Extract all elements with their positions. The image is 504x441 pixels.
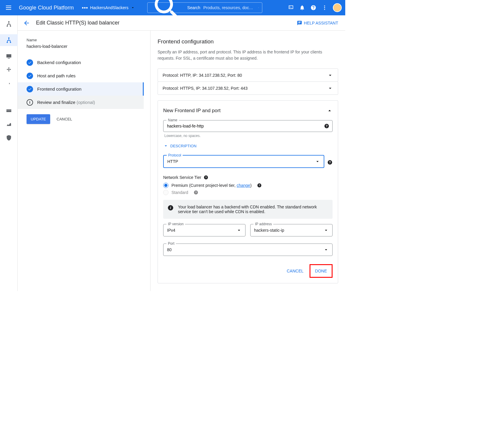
radio-standard[interactable]: Standard ? xyxy=(163,190,333,195)
export-icon[interactable] xyxy=(6,80,12,87)
back-arrow-icon[interactable] xyxy=(23,19,30,27)
hamburger-icon[interactable] xyxy=(6,4,13,11)
page-header: Edit Classic HTTP(S) load balancer HELP … xyxy=(18,15,345,31)
panel-footer: CANCEL DONE xyxy=(163,264,333,278)
chart-icon[interactable] xyxy=(6,121,12,128)
radio-premium-input[interactable] xyxy=(163,183,168,188)
check-icon xyxy=(27,86,33,92)
more-icon[interactable] xyxy=(322,5,328,11)
help-icon[interactable] xyxy=(310,5,316,11)
chevron-down-icon xyxy=(163,143,168,148)
panel-cancel-button[interactable]: CANCEL xyxy=(283,266,308,276)
frontend-row-http[interactable]: Protocol: HTTP, IP: 34.107.238.52, Port:… xyxy=(158,68,338,82)
description-toggle[interactable]: DESCRIPTION xyxy=(163,143,333,148)
monitor-icon[interactable] xyxy=(6,53,12,60)
right-column: Frontend configuration Specify an IP add… xyxy=(150,31,345,291)
svg-point-2 xyxy=(324,9,325,10)
change-link[interactable]: change xyxy=(237,183,250,188)
dropdown-icon xyxy=(323,247,329,252)
svg-point-1 xyxy=(324,7,325,8)
notifications-icon[interactable] xyxy=(299,5,305,11)
brand-logo[interactable]: Google Cloud Platform xyxy=(19,5,74,11)
svg-text:?: ? xyxy=(205,176,207,179)
step-review[interactable]: i Review and finalize (optional) xyxy=(18,96,144,109)
name-field[interactable]: Name ? xyxy=(163,120,333,132)
chevron-down-icon[interactable] xyxy=(258,6,259,10)
tier-label: Network Service Tier ? xyxy=(163,175,333,180)
dropdown-icon xyxy=(131,6,135,10)
page-title: Edit Classic HTTP(S) load balancer xyxy=(36,20,297,26)
radio-standard-input xyxy=(163,190,168,195)
ip-address-field[interactable]: IP address hackers-static-ip xyxy=(250,224,333,236)
done-highlight: DONE xyxy=(310,264,333,278)
cloud-shell-icon[interactable] xyxy=(288,5,294,11)
step-frontend[interactable]: Frontend configuration xyxy=(18,82,144,96)
search-input[interactable] xyxy=(203,5,255,10)
project-name: HackersAndSlackers xyxy=(90,5,128,10)
name-value: hackers-load-balancer xyxy=(27,44,144,49)
dropdown-icon xyxy=(236,228,242,233)
move-icon[interactable] xyxy=(6,67,12,73)
layout: Edit Classic HTTP(S) load balancer HELP … xyxy=(0,15,345,291)
protocol-select[interactable]: HTTP xyxy=(164,156,324,167)
help-icon[interactable]: ? xyxy=(257,183,262,188)
port-field[interactable]: Port 80 xyxy=(163,244,333,256)
content: Name hackers-load-balancer Backend confi… xyxy=(18,31,345,291)
help-assistant-button[interactable]: HELP ASSISTANT xyxy=(297,20,338,26)
chevron-up-icon xyxy=(327,108,333,114)
new-frontend-panel: New Frontend IP and port Name ? Lowercas… xyxy=(158,100,338,283)
step-host-path[interactable]: Host and path rules xyxy=(18,69,144,82)
dropdown-icon xyxy=(315,159,320,164)
project-picker[interactable]: HackersAndSlackers xyxy=(82,5,135,10)
svg-text:?: ? xyxy=(329,161,331,164)
help-icon[interactable]: ? xyxy=(194,190,198,195)
info-icon: i xyxy=(168,205,173,210)
project-icon xyxy=(82,7,88,9)
ip-row: IP version IPv4 IP address hackers-stati… xyxy=(163,224,333,238)
network-top-icon[interactable] xyxy=(6,21,12,27)
name-label: Name xyxy=(27,38,144,42)
shield-icon[interactable] xyxy=(6,135,12,141)
wallet-icon[interactable] xyxy=(6,107,12,114)
section-desc: Specify an IP address, port and protocol… xyxy=(158,49,338,61)
section-title: Frontend configuration xyxy=(158,38,338,45)
radio-premium[interactable]: Premium (Current project-level tier, cha… xyxy=(163,183,333,188)
name-input[interactable] xyxy=(163,120,332,132)
topbar-actions xyxy=(288,3,342,12)
ip-version-field[interactable]: IP version IPv4 xyxy=(163,224,246,236)
step-backend[interactable]: Backend configuration xyxy=(18,56,144,69)
check-icon xyxy=(27,59,33,66)
done-button[interactable]: DONE xyxy=(311,266,331,276)
protocol-field[interactable]: Protocol HTTP xyxy=(163,155,324,168)
main: Edit Classic HTTP(S) load balancer HELP … xyxy=(18,15,345,291)
svg-text:?: ? xyxy=(195,191,197,194)
help-icon[interactable]: ? xyxy=(327,160,333,165)
rail-item-lb[interactable] xyxy=(0,34,18,46)
name-hint: Lowercase, no spaces. xyxy=(163,134,333,138)
svg-text:?: ? xyxy=(326,124,328,128)
chevron-down-icon xyxy=(327,72,333,78)
chat-icon xyxy=(297,20,302,26)
lb-icon xyxy=(6,37,12,43)
tune-icon[interactable] xyxy=(6,94,12,100)
left-column: Name hackers-load-balancer Backend confi… xyxy=(18,31,150,291)
panel-header[interactable]: New Frontend IP and port xyxy=(163,108,333,114)
info-icon: i xyxy=(27,99,33,106)
search-label: Search xyxy=(187,5,200,10)
dropdown-icon xyxy=(323,228,329,233)
help-icon[interactable]: ? xyxy=(204,175,208,180)
avatar[interactable] xyxy=(333,3,342,12)
svg-point-0 xyxy=(324,6,325,6)
svg-text:?: ? xyxy=(258,184,260,187)
cdn-info-box: i Your load balancer has a backend with … xyxy=(163,200,333,219)
top-bar: Google Cloud Platform HackersAndSlackers… xyxy=(0,0,345,15)
search-box[interactable]: Search xyxy=(147,2,262,13)
icon-rail xyxy=(0,15,18,291)
update-button[interactable]: UPDATE xyxy=(27,114,50,124)
chevron-down-icon xyxy=(327,85,333,91)
help-icon[interactable]: ? xyxy=(324,123,329,129)
check-icon xyxy=(27,73,33,79)
left-buttons: UPDATE CANCEL xyxy=(27,114,144,124)
cancel-button[interactable]: CANCEL xyxy=(57,117,72,121)
frontend-row-https[interactable]: Protocol: HTTPS, IP: 34.107.238.52, Port… xyxy=(158,81,338,95)
